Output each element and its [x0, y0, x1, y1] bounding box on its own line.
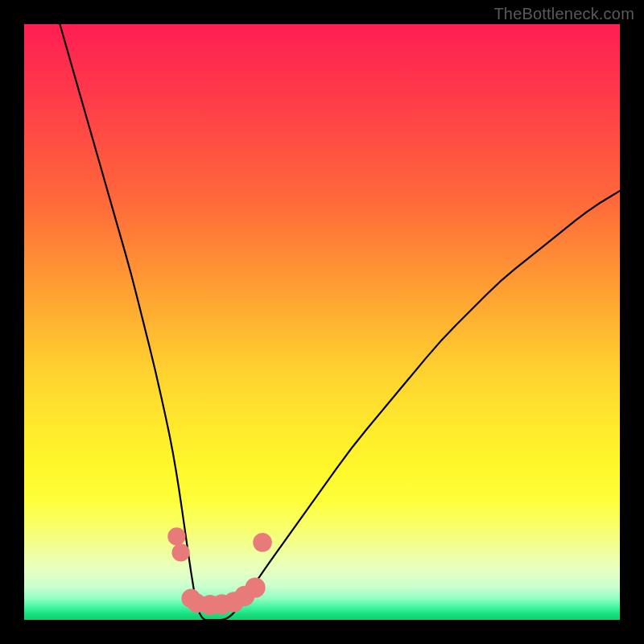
watermark-text: TheBottleneck.com — [493, 5, 634, 23]
dot-left-lower — [172, 543, 190, 561]
curve-svg — [24, 24, 620, 620]
plot-area — [24, 24, 620, 620]
chart-frame: TheBottleneck.com — [0, 0, 644, 644]
bottleneck-curve — [60, 24, 620, 620]
dot-left-upper — [167, 527, 185, 545]
marker-group — [167, 527, 272, 615]
blob-right-b — [246, 577, 266, 597]
dot-right-upper — [253, 533, 272, 552]
